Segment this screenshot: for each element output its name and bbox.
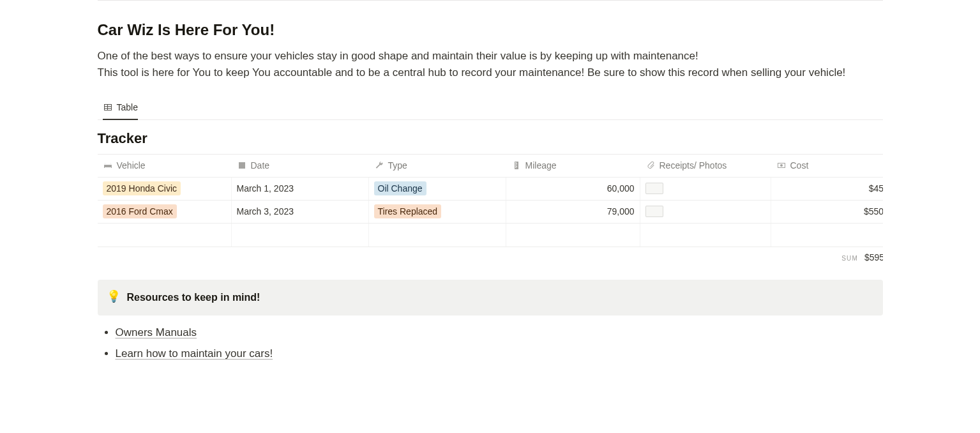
list-item: Learn how to maintain your cars! — [116, 346, 883, 362]
cell-vehicle[interactable]: 2016 Ford Cmax — [98, 201, 232, 223]
table-icon — [103, 102, 113, 112]
sum-cost[interactable]: sum $595.00 — [771, 247, 883, 268]
intro-line-1: One of the best ways to ensure your vehi… — [98, 50, 698, 62]
intro-text: One of the best ways to ensure your vehi… — [98, 48, 883, 82]
type-tag: Tires Replaced — [374, 204, 442, 218]
intro-line-2: This tool is here for You to keep You ac… — [98, 66, 846, 79]
money-icon — [776, 160, 787, 171]
table-row[interactable]: 2019 Honda Civic March 1, 2023 Oil Chang… — [98, 178, 883, 201]
page-title: Car Wiz Is Here For You! — [98, 19, 883, 42]
cell-mileage[interactable]: 79,000 — [506, 201, 640, 223]
table-header-row: Vehicle Date Type Mileage Receipts/ Phot… — [98, 155, 883, 178]
cell-date[interactable]: March 1, 2023 — [232, 178, 369, 200]
receipt-thumbnail[interactable] — [645, 183, 663, 194]
table: Vehicle Date Type Mileage Receipts/ Phot… — [98, 154, 883, 268]
table-body: 2019 Honda Civic March 1, 2023 Oil Chang… — [98, 178, 883, 247]
cell-type[interactable]: Oil Change — [369, 178, 506, 200]
cell-cost[interactable]: $550.00 — [771, 201, 883, 223]
type-tag: Oil Change — [374, 181, 426, 195]
sum-value: $595.00 — [864, 252, 883, 262]
divider — [98, 0, 883, 1]
calendar-icon — [237, 160, 247, 171]
col-cost[interactable]: Cost — [771, 155, 883, 177]
col-type[interactable]: Type — [369, 155, 506, 177]
view-tabs: Table — [98, 97, 883, 120]
cell-type[interactable]: Tires Replaced — [369, 201, 506, 223]
link-owners-manuals[interactable]: Owners Manuals — [116, 326, 197, 338]
tab-label: Table — [117, 101, 138, 114]
sum-label: sum — [841, 255, 858, 262]
paperclip-icon — [645, 160, 656, 171]
car-icon — [103, 160, 113, 171]
col-date[interactable]: Date — [232, 155, 369, 177]
col-vehicle[interactable]: Vehicle — [98, 155, 232, 177]
col-receipts[interactable]: Receipts/ Photos — [640, 155, 771, 177]
vehicle-tag: 2019 Honda Civic — [103, 181, 181, 195]
cell-date[interactable]: March 3, 2023 — [232, 201, 369, 223]
tab-table[interactable]: Table — [98, 97, 143, 119]
ruler-icon — [511, 160, 522, 171]
cell-mileage[interactable]: 60,000 — [506, 178, 640, 200]
table-row-empty[interactable] — [98, 224, 883, 247]
cell-vehicle[interactable]: 2019 Honda Civic — [98, 178, 232, 200]
col-mileage[interactable]: Mileage — [506, 155, 640, 177]
wrench-icon — [374, 160, 384, 171]
callout-text: Resources to keep in mind! — [127, 290, 260, 305]
table-footer: sum $595.00 — [98, 247, 883, 268]
table-row[interactable]: 2016 Ford Cmax March 3, 2023 Tires Repla… — [98, 201, 883, 224]
vehicle-tag: 2016 Ford Cmax — [103, 204, 177, 218]
resource-links: Owners Manuals Learn how to maintain you… — [98, 324, 883, 362]
cell-cost[interactable]: $45.00 — [771, 178, 883, 200]
lightbulb-icon: 💡 — [107, 290, 121, 304]
database-title[interactable]: Tracker — [98, 128, 883, 149]
receipt-thumbnail[interactable] — [645, 206, 663, 217]
link-learn-maintain[interactable]: Learn how to maintain your cars! — [116, 347, 273, 360]
callout-resources: 💡 Resources to keep in mind! — [98, 280, 883, 315]
list-item: Owners Manuals — [116, 324, 883, 341]
cell-receipts[interactable] — [640, 178, 771, 200]
cell-receipts[interactable] — [640, 201, 771, 223]
